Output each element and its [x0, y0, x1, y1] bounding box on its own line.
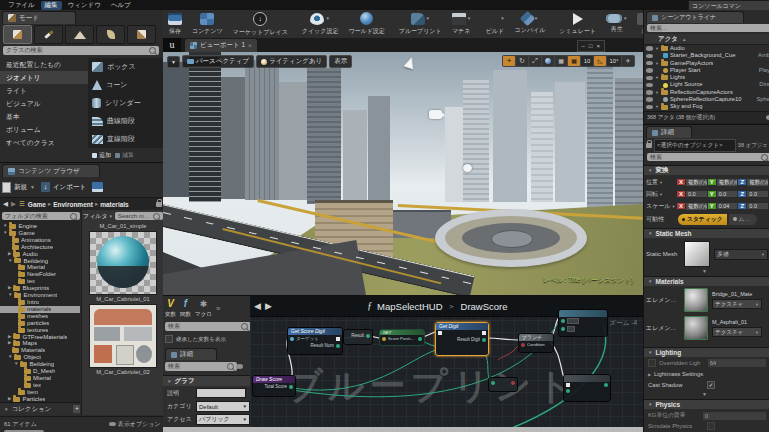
tab-scene-outliner[interactable]: シーンアウトライナ: [646, 11, 744, 23]
asset-label[interactable]: M_Car_Cabriolet_02: [82, 369, 164, 375]
blueprint-graph[interactable]: ブループリント ◀ ▶ ƒ: [250, 296, 643, 432]
nav-forward-icon[interactable]: ▶: [11, 200, 16, 208]
simulate-button[interactable]: シミュレート: [554, 13, 601, 36]
graph-node-get-score-digit[interactable]: Get Score Digit ターゲット Result Num: [287, 327, 343, 355]
tree-item[interactable]: ▼Beildeing: [0, 361, 80, 368]
compile-button[interactable]: ▼コンパイル: [510, 13, 551, 35]
asset-label[interactable]: M_Car_01_simple: [82, 223, 164, 229]
tree-item[interactable]: ▼Environment: [0, 292, 80, 299]
content-button[interactable]: コンテンツ: [187, 13, 228, 36]
static-mesh-select[interactable]: 多値▼: [714, 249, 768, 260]
expand-panel-icon[interactable]: »: [216, 304, 220, 313]
location-x-field[interactable]: 複数の値: [686, 179, 707, 186]
menu-window[interactable]: ウィンドウ: [64, 1, 105, 10]
category-volumes[interactable]: ボリューム: [0, 123, 88, 136]
graph-node-entry[interactable]: Draw Score Total Score: [252, 375, 296, 397]
nav-back-icon[interactable]: ◀: [250, 301, 265, 311]
tree-item[interactable]: item: [0, 389, 80, 396]
path-menu-icon[interactable]: ☰: [19, 200, 25, 208]
tree-item[interactable]: ▶GTFreeMaterials: [0, 334, 80, 341]
tab-modes[interactable]: モード: [2, 11, 76, 24]
category-basic[interactable]: 基本: [0, 110, 88, 123]
class-search-input[interactable]: クラスの検索: [3, 46, 159, 55]
camera-speed-button[interactable]: ✈: [622, 56, 634, 66]
outliner-search-input[interactable]: 検索...: [647, 24, 769, 32]
tree-item[interactable]: Mterial: [0, 375, 80, 382]
expander-icon[interactable]: ▼: [702, 268, 707, 274]
static-mesh-thumbnail[interactable]: [684, 241, 710, 267]
object-selector[interactable]: <選択中のオブジェクト>: [654, 139, 736, 152]
desc-field[interactable]: [196, 388, 246, 398]
tree-item[interactable]: tex: [0, 278, 80, 285]
bp-details-search-input[interactable]: 検索: [165, 362, 237, 371]
world-local-toggle[interactable]: [542, 56, 554, 66]
close-icon[interactable]: ×: [596, 43, 600, 49]
add-variable-button[interactable]: V変数: [165, 299, 176, 318]
location-z-field[interactable]: 複数の値: [747, 179, 768, 186]
import-button[interactable]: ↓ インポート: [41, 182, 86, 192]
scale-y-field[interactable]: 0.04: [717, 203, 738, 209]
minimize-icon[interactable]: –: [582, 43, 585, 49]
item-cylinder[interactable]: シリンダー: [88, 94, 163, 112]
grid-snap-value[interactable]: 10: [581, 56, 593, 66]
speaker-sprite-icon[interactable]: [463, 164, 472, 172]
overridden-light-checkbox[interactable]: [648, 359, 656, 367]
add-brush-radio[interactable]: 追加: [92, 151, 111, 160]
asset-thumbnail-atlas[interactable]: [89, 304, 157, 368]
tree-item[interactable]: ▶Blueprints: [0, 285, 80, 292]
materials-section-header[interactable]: ▼Materials: [644, 276, 769, 286]
rotation-snap-button[interactable]: ◺: [594, 56, 606, 66]
view-options-button[interactable]: 表示オプション▼: [109, 420, 167, 429]
subtract-brush-radio[interactable]: 減算: [115, 151, 134, 160]
item-curved-stairs[interactable]: 曲線階段: [88, 112, 163, 130]
scale-tool-button[interactable]: ⤢: [529, 56, 541, 66]
grid-snap-button[interactable]: ▦: [568, 56, 580, 66]
menu-file[interactable]: ファイル: [4, 1, 39, 10]
foliage-mode-button[interactable]: [96, 25, 125, 44]
filter-button[interactable]: フィルタ▼: [83, 212, 113, 221]
category-recent[interactable]: 最近配置したもの: [0, 58, 88, 71]
overridden-light-field[interactable]: 64: [708, 359, 766, 367]
graph-node[interactable]: [563, 374, 611, 402]
material-asset-name[interactable]: M_Asphalt_01: [712, 319, 768, 325]
world-settings-button[interactable]: ワールド設定: [343, 12, 389, 36]
eye-icon[interactable]: [236, 364, 243, 369]
scale-label[interactable]: スケール▼: [646, 202, 676, 211]
details-search-input[interactable]: 検索: [647, 153, 769, 161]
my-blueprint-search-input[interactable]: 検索: [165, 322, 251, 331]
category-lights[interactable]: ライト: [0, 84, 88, 97]
expander-icon[interactable]: ▼: [702, 391, 707, 397]
outliner-row-folder[interactable]: ▼Audio: [644, 45, 769, 52]
lightmass-row[interactable]: ▶Lightmass Settings: [648, 371, 703, 377]
nav-back-icon[interactable]: ◀: [3, 200, 8, 208]
tree-item[interactable]: ▼Object: [0, 354, 80, 361]
folder-search-input[interactable]: フォルダの検索: [2, 212, 80, 220]
tab-bp-details[interactable]: 詳細: [165, 348, 217, 360]
lock-icon[interactable]: [646, 143, 652, 148]
paint-mode-button[interactable]: [34, 25, 63, 44]
graph-node-branch[interactable]: ブランチ Condition: [518, 333, 554, 353]
tab-details[interactable]: 詳細: [646, 126, 692, 138]
tab-viewport[interactable]: ビューポート 1 ×: [184, 38, 258, 52]
material-asset-name[interactable]: Bridge_01_Mate: [712, 291, 768, 297]
cast-shadow-checkbox[interactable]: ✓: [707, 381, 715, 389]
static-mesh-section-header[interactable]: ▼Static Mesh: [644, 228, 769, 238]
tree-item[interactable]: particles: [0, 320, 80, 327]
tree-item[interactable]: Intro: [0, 299, 80, 306]
marketplace-button[interactable]: ↓マーケットプレイス: [228, 12, 293, 37]
graph-node[interactable]: [558, 309, 608, 337]
rotation-label[interactable]: 回転▼: [646, 190, 676, 199]
close-icon[interactable]: ×: [248, 42, 252, 49]
add-macro-button[interactable]: ✱マクロ: [195, 299, 212, 318]
landscape-mode-button[interactable]: [65, 25, 94, 44]
add-function-button[interactable]: f関数: [180, 299, 191, 318]
perspective-button[interactable]: パースペクティブ: [182, 55, 254, 68]
tree-item[interactable]: Materials: [0, 347, 80, 354]
outliner-header[interactable]: アクタ▲: [644, 34, 769, 45]
geometry-mode-button[interactable]: [127, 25, 156, 44]
graph-node-pure[interactable]: Result: [343, 329, 373, 345]
save-button[interactable]: 保存: [163, 13, 187, 36]
tree-item[interactable]: ▼Beildeing: [0, 258, 80, 265]
outliner-row-folder[interactable]: ▼GamePlayActors: [644, 60, 769, 67]
camera-sprite-icon[interactable]: [429, 110, 442, 119]
